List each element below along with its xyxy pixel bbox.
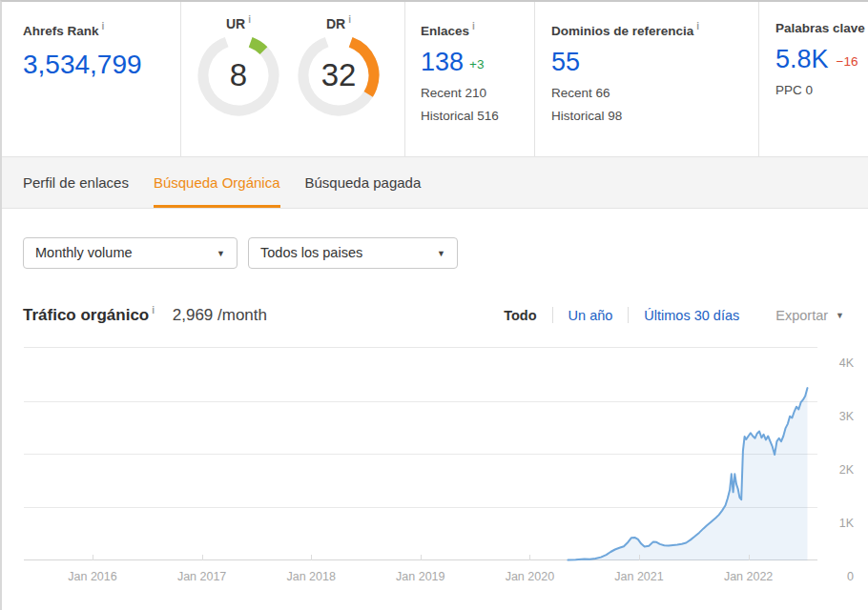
x-axis-tick: [639, 555, 640, 560]
x-axis-tick: [749, 555, 750, 560]
dr-value: 32: [296, 57, 382, 93]
dr-label: DRi: [296, 14, 382, 31]
keywords-delta: −16: [837, 54, 858, 69]
tab-busqueda-pagada[interactable]: Búsqueda pagada: [305, 157, 422, 208]
info-icon[interactable]: i: [696, 21, 699, 31]
keywords-ppc: PPC 0: [775, 83, 868, 97]
x-axis-label: Jan 2016: [68, 570, 116, 583]
x-axis-tick: [311, 555, 312, 560]
range-controls: Todo Un año Últimos 30 días Exportar▼: [504, 307, 844, 323]
backlinks-delta: +3: [469, 57, 484, 71]
x-axis-label: Jan 2017: [177, 570, 226, 583]
card-ref-domains: Dominios de referenciai 55 Recent 66 His…: [534, 2, 758, 156]
ref-domains-recent: Recent 66: [551, 86, 758, 100]
ahrefs-rank-value[interactable]: 3,534,799: [23, 50, 180, 80]
backlinks-recent: Recent 210: [421, 86, 534, 100]
x-axis-label: Jan 2020: [506, 570, 554, 583]
country-select[interactable]: Todos los paises ▼: [248, 237, 458, 269]
keywords-label: Palabras clave: [775, 21, 868, 35]
x-axis-label: Jan 2019: [396, 570, 444, 583]
card-backlinks: Enlacesi 138+3 Recent 210 Historical 516: [404, 2, 534, 156]
chevron-down-icon: ▼: [217, 239, 225, 269]
card-keywords: Palabras clave 5.8K−16 PPC 0: [758, 2, 868, 156]
y-axis-label: 3K: [839, 410, 854, 423]
card-ahrefs-rank: Ahrefs Ranki 3,534,799: [2, 2, 180, 156]
dr-gauge: DRi 32: [296, 2, 382, 126]
tab-perfil-de-enlaces[interactable]: Perfil de enlaces: [23, 157, 129, 208]
ref-domains-label: Dominios de referenciai: [551, 21, 758, 38]
ref-domains-value[interactable]: 55: [551, 48, 758, 77]
info-icon[interactable]: i: [102, 21, 105, 31]
info-icon[interactable]: i: [248, 14, 251, 25]
report-tabbar: Perfil de enlaces Búsqueda Orgánica Búsq…: [2, 156, 868, 209]
keywords-value[interactable]: 5.8K−16: [775, 45, 868, 74]
country-select-value: Todos los paises: [260, 245, 362, 260]
x-axis-label: Jan 2021: [614, 570, 663, 583]
export-button[interactable]: Exportar▼: [775, 308, 844, 323]
divider: [628, 307, 629, 323]
backlinks-historical: Historical 516: [421, 109, 534, 123]
ur-label: URi: [196, 14, 281, 31]
x-axis-tick: [93, 555, 93, 560]
x-axis-label: Jan 2022: [724, 570, 773, 583]
chart-title: Tráfico orgánico: [23, 306, 149, 324]
backlinks-label: Enlacesi: [421, 21, 534, 38]
tab-busqueda-organica[interactable]: Búsqueda Orgánica: [154, 157, 280, 208]
chevron-down-icon: ▼: [437, 239, 445, 269]
ref-domains-historical: Historical 98: [551, 109, 758, 123]
range-ultimos-30-dias[interactable]: Últimos 30 días: [644, 308, 739, 323]
volume-select[interactable]: Monthly volume ▼: [23, 237, 238, 269]
card-ur-dr: URi 8 DRi 32: [180, 2, 404, 156]
ahrefs-rank-label: Ahrefs Ranki: [23, 21, 180, 38]
y-axis-label: 2K: [839, 463, 854, 477]
x-axis-tick: [202, 555, 203, 560]
ahrefs-overview-page: Ahrefs Ranki 3,534,799 URi 8 DRi 32: [0, 0, 868, 610]
traffic-area-series: [24, 347, 817, 561]
x-axis-tick: [421, 555, 422, 560]
ur-gauge: URi 8: [196, 2, 281, 126]
volume-select-value: Monthly volume: [35, 245, 133, 260]
info-icon[interactable]: i: [472, 21, 475, 31]
range-un-ano[interactable]: Un año: [568, 308, 613, 323]
info-icon[interactable]: i: [152, 305, 155, 315]
metrics-bar: Ahrefs Ranki 3,534,799 URi 8 DRi 32: [2, 2, 868, 156]
backlinks-value[interactable]: 138+3: [421, 48, 534, 77]
traffic-chart[interactable]: 4K3K2K1K0Jan 2016Jan 2017Jan 2018Jan 201…: [2, 340, 868, 602]
divider: [552, 307, 553, 323]
x-axis-tick: [529, 555, 530, 560]
y-axis-label: 0: [847, 570, 854, 583]
y-axis-label: 1K: [839, 517, 854, 530]
x-axis-label: Jan 2018: [286, 570, 335, 583]
chart-title-row: Tráfico orgánicoi 2,969 /month: [23, 305, 267, 325]
chart-current-value: 2,969 /month: [173, 306, 267, 324]
y-axis-label: 4K: [839, 356, 854, 370]
ur-value: 8: [196, 57, 281, 93]
chevron-down-icon: ▼: [836, 311, 844, 320]
range-todo[interactable]: Todo: [504, 308, 536, 323]
info-icon[interactable]: i: [348, 14, 351, 25]
